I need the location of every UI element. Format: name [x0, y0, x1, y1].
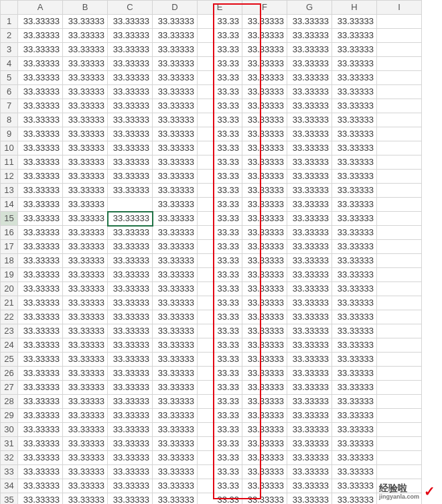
cell-B28[interactable]: 33.33333: [63, 395, 108, 409]
row-header-27[interactable]: 27: [1, 381, 18, 395]
col-header-D[interactable]: D: [153, 1, 198, 15]
cell-G31[interactable]: 33.33333: [287, 437, 332, 451]
cell-G32[interactable]: 33.33333: [287, 451, 332, 465]
cell-D28[interactable]: 33.33333: [153, 395, 198, 409]
cell-E35[interactable]: 33.33: [198, 493, 242, 505]
cell-C31[interactable]: 33.33333: [108, 437, 153, 451]
cell-D9[interactable]: 33.33333: [153, 127, 198, 141]
cell-D13[interactable]: 33.33333: [153, 184, 198, 198]
row-header-33[interactable]: 33: [1, 465, 18, 479]
cell-B27[interactable]: 33.33333: [63, 381, 108, 395]
cell-H22[interactable]: 33.33333: [332, 310, 377, 324]
cell-G10[interactable]: 33.33333: [287, 141, 332, 155]
cell-C29[interactable]: 33.33333: [108, 409, 153, 423]
cell-A7[interactable]: 33.33333: [18, 99, 63, 113]
cell-A25[interactable]: 33.33333: [18, 353, 63, 367]
cell-A29[interactable]: 33.33333: [18, 409, 63, 423]
row-header-7[interactable]: 7: [1, 99, 18, 113]
row-header-10[interactable]: 10: [1, 141, 18, 155]
cell-F12[interactable]: 33.33333: [242, 170, 287, 184]
cell-C34[interactable]: 33.33333: [108, 479, 153, 493]
cell-G25[interactable]: 33.33333: [287, 353, 332, 367]
cell-A5[interactable]: 33.33333: [18, 71, 63, 85]
cell-B10[interactable]: 33.33333: [63, 141, 108, 155]
cell-C25[interactable]: 33.33333: [108, 353, 153, 367]
cell-E16[interactable]: 33.33: [198, 226, 242, 240]
cell-E8[interactable]: 33.33: [198, 113, 242, 127]
cell-B5[interactable]: 33.33333: [63, 71, 108, 85]
cell-I29[interactable]: [377, 409, 422, 423]
cell-B1[interactable]: 33.33333: [63, 15, 108, 29]
cell-I25[interactable]: [377, 353, 422, 367]
col-header-B[interactable]: B: [63, 1, 108, 15]
cell-F1[interactable]: 33.33333: [242, 15, 287, 29]
cell-D10[interactable]: 33.33333: [153, 141, 198, 155]
cell-G28[interactable]: 33.33333: [287, 395, 332, 409]
cell-E5[interactable]: 33.33: [198, 71, 242, 85]
cell-D21[interactable]: 33.33333: [153, 296, 198, 310]
row-header-4[interactable]: 4: [1, 57, 18, 71]
cell-H12[interactable]: 33.33333: [332, 170, 377, 184]
cell-E15[interactable]: 33.33: [198, 212, 242, 226]
cell-D27[interactable]: 33.33333: [153, 381, 198, 395]
cell-I3[interactable]: [377, 43, 422, 57]
corner-cell[interactable]: [1, 1, 18, 15]
cell-E17[interactable]: 33.33: [198, 240, 242, 254]
cell-F15[interactable]: 33.33333: [242, 212, 287, 226]
cell-I12[interactable]: [377, 170, 422, 184]
cell-E28[interactable]: 33.33: [198, 395, 242, 409]
cell-D26[interactable]: 33.33333: [153, 367, 198, 381]
row-header-25[interactable]: 25: [1, 353, 18, 367]
row-header-1[interactable]: 1: [1, 15, 18, 29]
cell-F33[interactable]: 33.33333: [242, 465, 287, 479]
cell-H15[interactable]: 33.33333: [332, 212, 377, 226]
cell-I31[interactable]: [377, 437, 422, 451]
cell-G34[interactable]: 33.33333: [287, 479, 332, 493]
cell-C12[interactable]: 33.33333: [108, 170, 153, 184]
cell-C18[interactable]: 33.33333: [108, 254, 153, 268]
cell-G3[interactable]: 33.33333: [287, 43, 332, 57]
cell-G15[interactable]: 33.33333: [287, 212, 332, 226]
cell-I19[interactable]: [377, 268, 422, 282]
cell-E10[interactable]: 33.33: [198, 141, 242, 155]
cell-H8[interactable]: 33.33333: [332, 113, 377, 127]
cell-I27[interactable]: [377, 381, 422, 395]
cell-F32[interactable]: 33.33333: [242, 451, 287, 465]
row-header-32[interactable]: 32: [1, 451, 18, 465]
cell-D4[interactable]: 33.33333: [153, 57, 198, 71]
cell-B6[interactable]: 33.33333: [63, 85, 108, 99]
cell-H9[interactable]: 33.33333: [332, 127, 377, 141]
cell-B16[interactable]: 33.33333: [63, 226, 108, 240]
cell-F17[interactable]: 33.33333: [242, 240, 287, 254]
cell-D23[interactable]: 33.33333: [153, 324, 198, 338]
cell-I2[interactable]: [377, 29, 422, 43]
cell-H35[interactable]: 33.33333: [332, 493, 377, 505]
cell-C8[interactable]: 33.33333: [108, 113, 153, 127]
cell-G35[interactable]: 33.33333: [287, 493, 332, 505]
cell-H26[interactable]: 33.33333: [332, 367, 377, 381]
cell-A24[interactable]: 33.33333: [18, 338, 63, 353]
cell-A13[interactable]: 33.33333: [18, 184, 63, 198]
cell-I14[interactable]: [377, 198, 422, 212]
cell-F22[interactable]: 33.33333: [242, 310, 287, 324]
row-header-12[interactable]: 12: [1, 170, 18, 184]
cell-G8[interactable]: 33.33333: [287, 113, 332, 127]
cell-H5[interactable]: 33.33333: [332, 71, 377, 85]
cell-B20[interactable]: 33.33333: [63, 282, 108, 296]
cell-H3[interactable]: 33.33333: [332, 43, 377, 57]
cell-F10[interactable]: 33.33333: [242, 141, 287, 155]
cell-B7[interactable]: 33.33333: [63, 99, 108, 113]
row-header-19[interactable]: 19: [1, 268, 18, 282]
cell-I6[interactable]: [377, 85, 422, 99]
cell-B19[interactable]: 33.33333: [63, 268, 108, 282]
cell-C11[interactable]: 33.33333: [108, 155, 153, 170]
cell-D14[interactable]: 33.33333: [153, 198, 198, 212]
cell-B18[interactable]: 33.33333: [63, 254, 108, 268]
cell-F27[interactable]: 33.33333: [242, 381, 287, 395]
row-header-29[interactable]: 29: [1, 409, 18, 423]
cell-C6[interactable]: 33.33333: [108, 85, 153, 99]
cell-D22[interactable]: 33.33333: [153, 310, 198, 324]
cell-H16[interactable]: 33.33333: [332, 226, 377, 240]
cell-I8[interactable]: [377, 113, 422, 127]
cell-F28[interactable]: 33.33333: [242, 395, 287, 409]
